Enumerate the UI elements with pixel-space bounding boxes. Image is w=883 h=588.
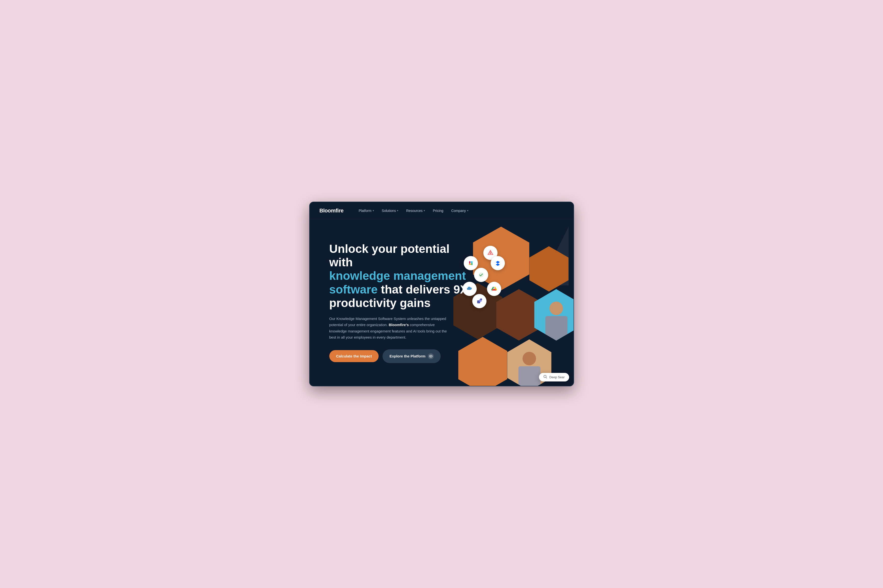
chevron-down-icon: ▾ [424,209,425,212]
svg-point-20 [480,298,482,300]
body-shape [545,316,567,340]
svg-marker-11 [498,261,500,266]
integration-teams [472,294,486,308]
hero-content: Unlock your potential with knowledge man… [329,242,472,363]
svg-point-1 [430,356,431,357]
integration-drive [487,282,501,296]
body2-shape [518,366,540,386]
hex-photo-woman [534,289,573,340]
hero-description: Our Knowledge Management Software System… [329,315,447,340]
chevron-down-icon: ▾ [397,209,398,212]
calculate-impact-button[interactable]: Calculate the Impact [329,350,379,362]
hero-title: Unlock your potential with knowledge man… [329,242,472,310]
person-silhouette [542,297,571,340]
navbar: Bloomfire Platform ▾ Solutions ▾ Resourc… [310,202,573,219]
chevron-down-icon: ▾ [467,209,468,212]
nav-links: Platform ▾ Solutions ▾ Resources ▾ Prici… [355,207,564,214]
head2-shape [522,352,536,365]
eye-icon [428,353,434,359]
deep-search-bar[interactable]: Deep Sear [539,373,569,381]
browser-frame: Bloomfire Platform ▾ Solutions ▾ Resourc… [309,202,574,386]
svg-line-22 [546,378,547,378]
nav-item-company[interactable]: Company ▾ [448,207,472,214]
integration-dropbox [491,256,505,270]
hero-section: Unlock your potential with knowledge man… [310,219,573,386]
person2-silhouette [515,346,544,386]
head-shape [549,302,563,315]
nav-item-solutions[interactable]: Solutions ▾ [378,207,402,214]
nav-item-platform[interactable]: Platform ▾ [355,207,378,214]
explore-platform-button[interactable]: Explore the Platform [382,350,441,363]
integration-check [474,268,488,282]
logo[interactable]: Bloomfire [319,207,343,214]
nav-item-pricing[interactable]: Pricing [429,207,447,214]
search-icon [543,375,547,380]
chevron-down-icon: ▾ [373,209,374,212]
hero-buttons: Calculate the Impact Explore the Platfor… [329,350,472,363]
nav-item-resources[interactable]: Resources ▾ [403,207,429,214]
